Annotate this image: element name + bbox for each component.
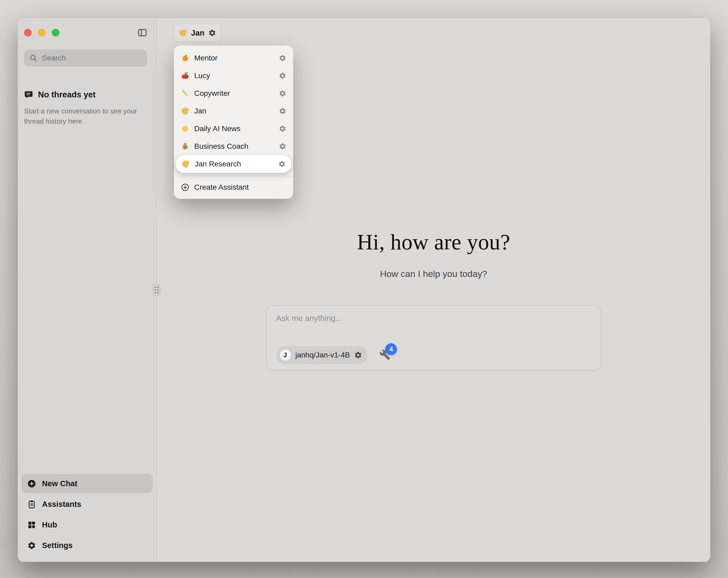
search-field[interactable] — [42, 54, 142, 62]
grid-icon — [27, 521, 36, 529]
gear-icon[interactable] — [279, 107, 286, 115]
assistant-dropdown-menu: Mentor Lucy Copywriter Jan Daily AI — [174, 46, 293, 199]
assistant-menu-item-business-coach[interactable]: Business Coach — [177, 137, 290, 155]
assistant-menu-item-label: Business Coach — [194, 142, 274, 151]
assistant-menu-item-copywriter[interactable]: Copywriter — [177, 84, 290, 102]
assistant-menu-item-mentor[interactable]: Mentor — [177, 49, 290, 67]
tools-count-badge: 4 — [385, 343, 397, 355]
assistant-menu-item-label: Jan Research — [195, 160, 274, 168]
assistant-menu-item-jan[interactable]: Jan — [177, 102, 290, 120]
gear-icon[interactable] — [278, 160, 286, 168]
tools-button[interactable]: 4 — [380, 349, 391, 361]
chat-input[interactable] — [276, 313, 593, 323]
sidebar: No threads yet Start a new conversation … — [18, 18, 157, 562]
assistant-selector-button[interactable]: Jan — [174, 24, 221, 42]
app-window: No threads yet Start a new conversation … — [18, 18, 710, 562]
plus-circle-icon — [27, 479, 36, 488]
model-selector-button[interactable]: J janhq/Jan-v1-4B — [276, 346, 368, 364]
apple-icon — [181, 71, 189, 80]
orange-icon — [181, 54, 189, 62]
clipboard-icon — [27, 500, 36, 509]
yellow-circle-icon — [181, 124, 189, 133]
chat-controls: J janhq/Jan-v1-4B 4 — [276, 346, 593, 364]
search-icon — [29, 54, 38, 62]
chat-bubble-icon — [24, 90, 33, 99]
empty-state-title: No threads yet — [38, 90, 96, 100]
sidebar-nav: New Chat Assistants Hub Settings — [18, 474, 157, 562]
sidebar-header — [18, 18, 157, 48]
greeting-block: Hi, how are you? How can I help you toda… — [157, 230, 710, 279]
money-bag-icon — [181, 142, 189, 151]
zoom-window-button[interactable] — [52, 29, 59, 36]
sidebar-item-label: Hub — [42, 521, 57, 529]
create-assistant-button[interactable]: Create Assistant — [177, 179, 290, 196]
create-assistant-label: Create Assistant — [194, 183, 249, 192]
gear-icon[interactable] — [279, 72, 286, 79]
sidebar-item-hub[interactable]: Hub — [21, 515, 153, 534]
sidebar-item-settings[interactable]: Settings — [21, 536, 153, 555]
main-area: Jan Mentor Lucy Copywriter Ja — [157, 18, 710, 562]
sidebar-item-assistants[interactable]: Assistants — [21, 495, 153, 514]
threads-empty-state: No threads yet Start a new conversation … — [24, 90, 147, 127]
toggle-sidebar-icon[interactable] — [137, 27, 148, 38]
greeting-subtitle: How can I help you today? — [157, 269, 710, 279]
sidebar-resize-handle[interactable] — [153, 284, 160, 296]
close-window-button[interactable] — [24, 29, 31, 36]
plus-circle-icon — [181, 183, 189, 192]
model-avatar: J — [279, 349, 291, 361]
gear-icon — [27, 541, 36, 550]
empty-state-subtitle: Start a new conversation to see your thr… — [24, 106, 142, 127]
assistant-menu-item-lucy[interactable]: Lucy — [177, 67, 290, 84]
assistant-menu-item-daily-ai-news[interactable]: Daily AI News — [177, 120, 290, 137]
sidebar-item-new-chat[interactable]: New Chat — [21, 474, 153, 493]
pencil-icon — [181, 89, 189, 98]
model-name: janhq/Jan-v1-4B — [295, 351, 350, 359]
sidebar-item-label: New Chat — [42, 479, 77, 488]
assistant-menu-item-label: Copywriter — [194, 89, 274, 98]
menu-divider — [174, 176, 293, 176]
traffic-lights — [24, 29, 59, 36]
assistant-selector-label: Jan — [191, 29, 204, 37]
wave-icon — [179, 29, 187, 37]
sidebar-item-label: Assistants — [42, 500, 81, 509]
gear-icon[interactable] — [279, 90, 286, 97]
assistant-menu-item-label: Lucy — [194, 71, 274, 80]
minimize-window-button[interactable] — [38, 29, 46, 36]
gear-icon[interactable] — [354, 351, 362, 359]
assistant-menu-item-label: Daily AI News — [194, 124, 274, 133]
wave-icon — [181, 160, 190, 168]
gear-icon[interactable] — [208, 29, 216, 37]
sidebar-item-label: Settings — [42, 541, 73, 550]
greeting-title: Hi, how are you? — [157, 230, 710, 255]
gear-icon[interactable] — [279, 143, 286, 150]
chat-input-card: J janhq/Jan-v1-4B 4 — [266, 305, 601, 371]
assistant-menu-item-label: Mentor — [194, 54, 274, 62]
assistant-menu-item-label: Jan — [194, 107, 274, 115]
gear-icon[interactable] — [279, 54, 286, 62]
wave-icon — [181, 107, 189, 115]
search-input[interactable] — [24, 50, 147, 66]
gear-icon[interactable] — [279, 125, 286, 132]
assistant-menu-item-jan-research[interactable]: Jan Research — [176, 155, 292, 173]
